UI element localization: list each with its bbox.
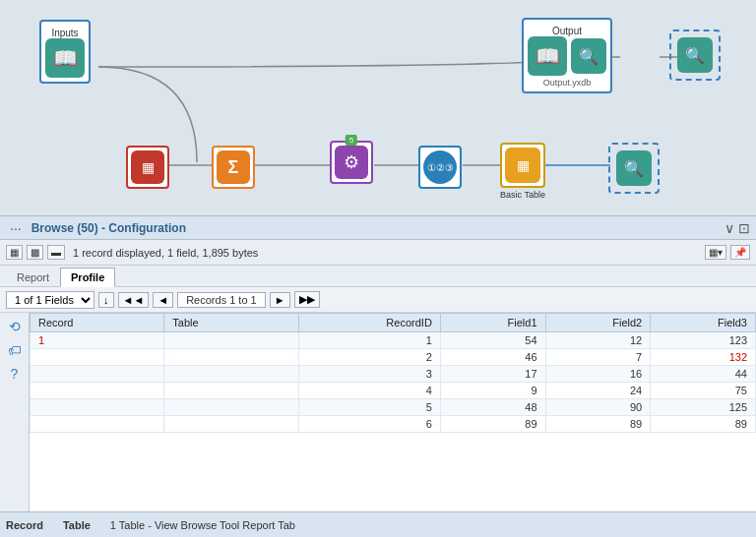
col-record: Record bbox=[31, 314, 164, 332]
table-cell: 89 bbox=[545, 416, 651, 433]
table-row-record: 1 bbox=[31, 332, 164, 349]
records-label: Records 1 to 1 bbox=[177, 292, 266, 308]
col-table: Table bbox=[164, 314, 298, 332]
node-output[interactable]: Output 📖 🔍 Output.yxdb bbox=[522, 18, 612, 93]
table-row-table bbox=[164, 416, 298, 433]
expand-icon[interactable]: ⊡ bbox=[738, 220, 750, 236]
table-cell: 5 bbox=[298, 399, 440, 416]
node-basic-table[interactable]: ▦ Basic Table bbox=[500, 143, 545, 200]
table-cell: 2 bbox=[298, 349, 440, 366]
table-cell: 1 bbox=[298, 332, 440, 349]
table-cell: 44 bbox=[651, 366, 756, 383]
panel-tabs: Report Profile bbox=[0, 266, 756, 287]
table-row-record bbox=[31, 349, 164, 366]
sort-btn[interactable]: ↓ bbox=[98, 292, 114, 308]
nav-next[interactable]: ► bbox=[270, 292, 290, 308]
status-table-value: 1 Table - View Browse Tool Report Tab bbox=[110, 519, 295, 531]
node-inputs[interactable]: Inputs 📖 bbox=[39, 20, 91, 84]
table-row-table bbox=[164, 399, 298, 416]
col-field2: Field2 bbox=[545, 314, 651, 332]
basic-table-icon: ▦ bbox=[505, 148, 540, 183]
collapse-icon[interactable]: ∨ bbox=[724, 220, 734, 236]
sidebar-tag-icon[interactable]: 🏷 bbox=[8, 342, 22, 358]
node-config[interactable]: 5 ⚙ bbox=[330, 141, 373, 184]
table-row-table bbox=[164, 383, 298, 399]
nav-first[interactable]: ◄◄ bbox=[118, 292, 150, 308]
col-field1: Field1 bbox=[440, 314, 545, 332]
config-badge: 5 bbox=[346, 135, 357, 146]
table-cell: 125 bbox=[651, 399, 756, 416]
tab-profile[interactable]: Profile bbox=[60, 268, 115, 287]
status-bar: Record Table 1 Table - View Browse Tool … bbox=[0, 511, 756, 537]
table-cell: 17 bbox=[440, 366, 545, 383]
table-cell: 7 bbox=[545, 349, 651, 366]
table-cell: 4 bbox=[298, 383, 440, 399]
sidebar-question-icon[interactable]: ? bbox=[11, 366, 19, 382]
output-icon: 📖 bbox=[528, 36, 567, 76]
table-cell: 90 bbox=[545, 399, 651, 416]
node-browse-top-right[interactable]: 🔍 bbox=[669, 30, 721, 81]
table-row-table bbox=[164, 366, 298, 383]
nav-prev[interactable]: ◄ bbox=[153, 292, 173, 308]
select-icon: ▦ bbox=[131, 150, 164, 184]
table-row-table bbox=[164, 349, 298, 366]
table-cell: 6 bbox=[298, 416, 440, 433]
table-row-table bbox=[164, 332, 298, 349]
table-row-record bbox=[31, 383, 164, 399]
table-row-record bbox=[31, 399, 164, 416]
info-text: 1 record displayed, 1 field, 1,895 bytes bbox=[73, 247, 258, 259]
node-select[interactable]: ▦ bbox=[126, 146, 169, 189]
canvas-area: Inputs 📖 Output 📖 🔍 Output.yxdb 🔍 ▦ Σ bbox=[0, 0, 756, 216]
bottom-panel: ··· Browse (50) - Configuration ∨ ⊡ ▦ ▩ … bbox=[0, 216, 756, 537]
panel-content: ⟲ 🏷 ? Record Table RecordID Field1 Field… bbox=[0, 313, 756, 511]
summarize-icon: Σ bbox=[217, 150, 250, 184]
table-cell: 132 bbox=[651, 349, 756, 366]
fields-select[interactable]: 1 of 1 Fields bbox=[6, 291, 94, 309]
table-cell: 16 bbox=[545, 366, 651, 383]
table-cell: 75 bbox=[651, 383, 756, 399]
output-browse-icon: 🔍 bbox=[571, 38, 606, 74]
left-sidebar: ⟲ 🏷 ? bbox=[0, 313, 30, 511]
table-cell: 54 bbox=[440, 332, 545, 349]
panel-toolbar: ▦ ▩ ▬ 1 record displayed, 1 field, 1,895… bbox=[0, 240, 756, 266]
browse-out-icon: 🔍 bbox=[677, 37, 713, 73]
join-icon: ①②③ bbox=[423, 150, 457, 184]
table-cell: 3 bbox=[298, 366, 440, 383]
view-split-btn[interactable]: ▩ bbox=[27, 245, 43, 260]
node-browse-main[interactable]: 🔍 bbox=[608, 143, 660, 194]
data-table: Record Table RecordID Field1 Field2 Fiel… bbox=[30, 313, 756, 433]
table-cell: 89 bbox=[440, 416, 545, 433]
panel-title: Browse (50) - Configuration bbox=[32, 221, 186, 235]
table-cell: 123 bbox=[651, 332, 756, 349]
table-cell: 89 bbox=[651, 416, 756, 433]
table-cell: 9 bbox=[440, 383, 545, 399]
panel-header-icons: ∨ ⊡ bbox=[724, 220, 750, 236]
inputs-icon: 📖 bbox=[45, 38, 85, 78]
options-btn[interactable]: ▦▾ bbox=[705, 245, 726, 260]
node-join[interactable]: ①②③ bbox=[418, 146, 462, 189]
view-table-btn[interactable]: ▦ bbox=[6, 245, 23, 260]
nav-last[interactable]: ▶▶ bbox=[294, 291, 320, 308]
panel-nav: 1 of 1 Fields ↓ ◄◄ ◄ Records 1 to 1 ► ▶▶ bbox=[0, 287, 756, 313]
table-cell: 12 bbox=[545, 332, 651, 349]
toolbar-right: ▦▾ 📌 bbox=[705, 245, 750, 260]
table-cell: 46 bbox=[440, 349, 545, 366]
panel-menu-dots[interactable]: ··· bbox=[6, 220, 26, 236]
status-table-label: Table bbox=[63, 519, 91, 531]
table-cell: 48 bbox=[440, 399, 545, 416]
col-recordid: RecordID bbox=[298, 314, 440, 332]
table-cell: 24 bbox=[545, 383, 651, 399]
col-field3: Field3 bbox=[651, 314, 756, 332]
config-icon: ⚙ bbox=[335, 146, 368, 179]
pin-btn[interactable]: 📌 bbox=[730, 245, 750, 260]
status-record-label: Record bbox=[6, 519, 43, 531]
table-row-record bbox=[31, 366, 164, 383]
node-summarize[interactable]: Σ bbox=[212, 146, 255, 189]
tab-report[interactable]: Report bbox=[6, 268, 60, 286]
table-row-record bbox=[31, 416, 164, 433]
view-list-btn[interactable]: ▬ bbox=[47, 245, 65, 260]
main-table-area: Record Table RecordID Field1 Field2 Fiel… bbox=[30, 313, 756, 511]
sidebar-nav-icon[interactable]: ⟲ bbox=[9, 319, 21, 334]
panel-header: ··· Browse (50) - Configuration ∨ ⊡ bbox=[0, 216, 756, 240]
browse-main-icon: 🔍 bbox=[616, 150, 652, 186]
